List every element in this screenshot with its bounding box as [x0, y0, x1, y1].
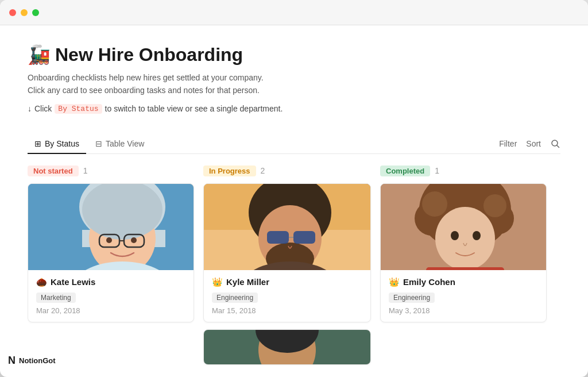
card-image-kate: [28, 184, 194, 270]
svg-point-31: [435, 207, 495, 270]
tabs: ⊞ By Status ⊟ Table View: [28, 134, 151, 153]
svg-rect-19: [293, 231, 315, 244]
card-emily-cohen[interactable]: 👑 Emily Cohen Engineering May 3, 2018: [380, 183, 547, 322]
page-title: 🚂 New Hire Onboarding: [28, 44, 560, 66]
tab-table-view[interactable]: ⊟ Table View: [88, 134, 151, 154]
svg-rect-34: [426, 267, 504, 270]
card-body-kyle: 👑 Kyle Miller Engineering Mar 15, 2018: [204, 270, 370, 322]
column-count-completed: 1: [435, 166, 439, 175]
watermark-brand: NotionGot: [19, 356, 56, 365]
column-not-started: Not started 1: [28, 166, 194, 366]
column-header-in-progress: In Progress 2: [203, 166, 371, 176]
partial-image: [204, 330, 370, 364]
instruction-line: ↓ Click By Status to switch to table vie…: [28, 104, 560, 114]
kate-emoji: 🌰: [36, 277, 47, 287]
tab-table-label: Table View: [106, 139, 144, 148]
tab-by-status[interactable]: ⊞ By Status: [28, 134, 86, 154]
card-body-kate: 🌰 Kate Lewis Marketing Mar 20, 2018: [28, 270, 194, 322]
kyle-emoji: 👑: [212, 277, 223, 287]
instruction-before: Click: [34, 104, 52, 113]
partial-portrait: [204, 330, 370, 364]
kyle-portrait: [204, 184, 370, 270]
instruction-after: to switch to table view or see a single …: [105, 104, 283, 113]
instruction-arrow: ↓: [28, 104, 32, 113]
card-name-kate: 🌰 Kate Lewis: [36, 277, 185, 287]
column-header-completed: Completed 1: [380, 166, 547, 176]
svg-point-10: [106, 237, 112, 243]
emily-department: Engineering: [389, 293, 435, 303]
card-partial-person4[interactable]: [203, 329, 371, 365]
card-image-emily: [381, 184, 546, 270]
traffic-lights: [9, 9, 39, 16]
kate-portrait: [28, 184, 194, 270]
watermark: N NotionGot: [0, 351, 64, 370]
kyle-department: Engineering: [212, 293, 258, 303]
page-description: Onboarding checklists help new hires get…: [28, 71, 560, 97]
maximize-button[interactable]: [32, 9, 39, 16]
page-header: 🚂 New Hire Onboarding Onboarding checkli…: [28, 44, 560, 125]
emily-date: May 3, 2018: [389, 306, 538, 315]
app-window: 🚂 New Hire Onboarding Onboarding checkli…: [0, 0, 588, 377]
kanban-columns: Not started 1: [28, 166, 560, 366]
kate-date: Mar 20, 2018: [36, 306, 185, 315]
svg-point-11: [131, 237, 137, 243]
card-name-emily: 👑 Emily Cohen: [389, 277, 538, 287]
column-count-not-started: 1: [83, 166, 88, 175]
column-count-in-progress: 2: [261, 166, 265, 175]
title-text: New Hire Onboarding: [55, 44, 243, 66]
kate-department: Marketing: [36, 293, 76, 303]
notion-logo: N: [8, 355, 16, 367]
search-icon: [551, 139, 560, 148]
toolbar-actions: Filter Sort: [499, 139, 560, 149]
card-image-kyle: [204, 184, 370, 270]
status-badge-in-progress: In Progress: [203, 166, 256, 176]
main-content: 🚂 New Hire Onboarding Onboarding checkli…: [0, 25, 588, 377]
svg-point-33: [473, 231, 481, 240]
by-status-badge[interactable]: By Status: [55, 104, 102, 114]
status-badge-not-started: Not started: [28, 166, 79, 176]
column-completed: Completed 1: [380, 166, 547, 366]
tab-by-status-label: By Status: [45, 139, 79, 148]
tabs-toolbar: ⊞ By Status ⊟ Table View Filter Sort: [28, 134, 560, 154]
titlebar: [0, 0, 588, 25]
column-header-not-started: Not started 1: [28, 166, 194, 176]
emily-emoji: 👑: [389, 277, 400, 287]
title-emoji: 🚂: [28, 44, 51, 66]
tab-table-icon: ⊟: [95, 139, 102, 148]
svg-point-30: [483, 194, 506, 217]
minimize-button[interactable]: [21, 9, 28, 16]
svg-point-32: [451, 231, 459, 240]
card-kyle-miller[interactable]: 👑 Kyle Miller Engineering Mar 15, 2018: [203, 183, 371, 322]
card-name-kyle: 👑 Kyle Miller: [212, 277, 362, 287]
svg-point-29: [422, 191, 447, 217]
card-body-emily: 👑 Emily Cohen Engineering May 3, 2018: [381, 270, 546, 322]
sort-button[interactable]: Sort: [526, 139, 541, 148]
emily-portrait: [381, 184, 546, 270]
filter-button[interactable]: Filter: [499, 139, 517, 148]
kyle-date: Mar 15, 2018: [212, 306, 362, 315]
svg-rect-18: [267, 231, 289, 244]
svg-line-1: [557, 145, 559, 148]
card-kate-lewis[interactable]: 🌰 Kate Lewis Marketing Mar 20, 2018: [28, 183, 194, 322]
column-in-progress: In Progress 2: [203, 166, 371, 366]
tab-by-status-icon: ⊞: [34, 139, 41, 148]
status-badge-completed: Completed: [380, 166, 430, 176]
close-button[interactable]: [9, 9, 16, 16]
search-button[interactable]: [550, 139, 560, 149]
